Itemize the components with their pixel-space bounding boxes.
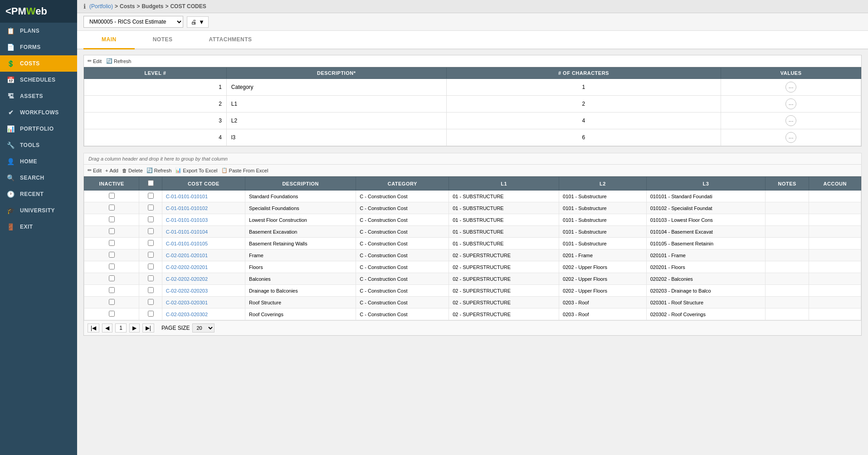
cost-code-cell[interactable]: C-02-0201-020101 (162, 250, 245, 261)
cost-code-link[interactable]: C-01-0101-010101 (166, 194, 208, 199)
inactive-checkbox[interactable] (109, 216, 115, 222)
cost-code-cell[interactable]: C-01-0101-010102 (162, 202, 245, 214)
tab-attachments[interactable]: ATTACHMENTS (191, 31, 270, 49)
inactive-cell[interactable] (84, 238, 139, 250)
cost-code-cell[interactable]: C-01-0101-010101 (162, 191, 245, 202)
tab-main[interactable]: MAIN (83, 31, 135, 49)
sidebar-item-recent[interactable]: 🕐 RECENT (0, 186, 77, 202)
cost-code-cell[interactable]: C-02-0203-020302 (162, 308, 245, 320)
inactive-cell[interactable] (84, 202, 139, 214)
sidebar-item-plans[interactable]: 📋 PLANS (0, 23, 77, 39)
sidebar-item-costs[interactable]: 💲 COSTS (0, 55, 77, 72)
row-checkbox-cell[interactable] (139, 226, 162, 238)
row-checkbox[interactable] (148, 216, 154, 222)
inactive-checkbox[interactable] (109, 311, 115, 317)
cost-code-link[interactable]: C-01-0101-010102 (166, 205, 208, 211)
row-checkbox[interactable] (148, 205, 154, 210)
last-page-button[interactable]: ▶| (142, 323, 154, 333)
row-checkbox[interactable] (148, 275, 154, 281)
inactive-cell[interactable] (84, 285, 139, 297)
row-checkbox-cell[interactable] (139, 214, 162, 226)
cost-code-link[interactable]: C-01-0101-010103 (166, 217, 208, 223)
sidebar-item-assets[interactable]: 🏗 ASSETS (0, 88, 77, 104)
first-page-button[interactable]: |◀ (88, 323, 99, 333)
inactive-checkbox[interactable] (109, 299, 115, 305)
row-checkbox-cell[interactable] (139, 191, 162, 202)
inactive-cell[interactable] (84, 191, 139, 202)
cost-code-cell[interactable]: C-02-0203-020301 (162, 297, 245, 308)
level-values-cell[interactable]: ··· (721, 79, 861, 96)
level-values-cell[interactable]: ··· (721, 113, 861, 129)
budget-dropdown[interactable]: NM00005 - RICS Cost Estimate (83, 16, 183, 28)
cost-code-cell[interactable]: C-02-0202-020203 (162, 285, 245, 297)
row-checkbox[interactable] (148, 264, 154, 269)
sidebar-item-search[interactable]: 🔍 SEARCH (0, 170, 77, 186)
inactive-cell[interactable] (84, 226, 139, 238)
row-checkbox-cell[interactable] (139, 285, 162, 297)
inactive-checkbox[interactable] (109, 228, 115, 234)
cost-code-link[interactable]: C-02-0203-020302 (166, 312, 208, 317)
cost-code-link[interactable]: C-02-0203-020301 (166, 300, 208, 305)
row-checkbox-cell[interactable] (139, 202, 162, 214)
paste-button[interactable]: 📋 Paste From Excel (221, 167, 268, 173)
row-checkbox-cell[interactable] (139, 238, 162, 250)
edit-levels-button[interactable]: ✏ Edit (88, 58, 102, 64)
inactive-cell[interactable] (84, 214, 139, 226)
cost-code-link[interactable]: C-01-0101-010105 (166, 241, 208, 246)
inactive-cell[interactable] (84, 261, 139, 273)
sidebar-item-tools[interactable]: 🔧 TOOLS (0, 137, 77, 153)
row-checkbox-cell[interactable] (139, 273, 162, 285)
select-all-checkbox[interactable] (148, 180, 154, 186)
level-values-cell[interactable]: ··· (721, 96, 861, 113)
sidebar-item-university[interactable]: 🎓 UNIVERSITY (0, 202, 77, 219)
inactive-cell[interactable] (84, 297, 139, 308)
inactive-checkbox[interactable] (109, 205, 115, 210)
sidebar-item-forms[interactable]: 📄 FORMS (0, 39, 77, 55)
row-checkbox-cell[interactable] (139, 308, 162, 320)
values-more-button[interactable]: ··· (785, 98, 796, 109)
row-checkbox[interactable] (148, 240, 154, 246)
inactive-checkbox[interactable] (109, 287, 115, 293)
inactive-cell[interactable] (84, 273, 139, 285)
values-more-button[interactable]: ··· (785, 132, 796, 143)
cost-code-link[interactable]: C-02-0201-020101 (166, 253, 208, 258)
sidebar-item-exit[interactable]: 🚪 EXIT (0, 219, 77, 235)
row-checkbox[interactable] (148, 287, 154, 293)
row-checkbox[interactable] (148, 228, 154, 234)
row-checkbox[interactable] (148, 193, 154, 199)
tab-notes[interactable]: NOTES (135, 31, 191, 49)
inactive-cell[interactable] (84, 308, 139, 320)
refresh-levels-button[interactable]: 🔄 Refresh (106, 58, 132, 64)
add-codes-button[interactable]: + Add (105, 168, 118, 173)
delete-codes-button[interactable]: 🗑 Delete (122, 168, 143, 173)
cost-code-cell[interactable]: C-02-0202-020202 (162, 273, 245, 285)
values-more-button[interactable]: ··· (785, 115, 796, 126)
sidebar-item-schedules[interactable]: 📅 SCHEDULES (0, 72, 77, 88)
sidebar-item-workflows[interactable]: ✔ WORKFLOWS (0, 104, 77, 121)
inactive-checkbox[interactable] (109, 252, 115, 258)
cost-code-cell[interactable]: C-01-0101-010105 (162, 238, 245, 250)
next-page-button[interactable]: ▶ (129, 323, 140, 333)
cost-code-cell[interactable]: C-02-0202-020201 (162, 261, 245, 273)
cost-code-cell[interactable]: C-01-0101-010103 (162, 214, 245, 226)
level-values-cell[interactable]: ··· (721, 129, 861, 146)
row-checkbox[interactable] (148, 252, 154, 258)
breadcrumb-portfolio[interactable]: (Portfolio) (89, 3, 113, 10)
cost-code-link[interactable]: C-02-0202-020202 (166, 276, 208, 282)
row-checkbox-cell[interactable] (139, 297, 162, 308)
inactive-checkbox[interactable] (109, 193, 115, 199)
print-button[interactable]: 🖨 ▼ (187, 16, 209, 28)
export-button[interactable]: 📊 Export To Excel (175, 167, 217, 173)
row-checkbox[interactable] (148, 311, 154, 317)
cost-code-link[interactable]: C-01-0101-010104 (166, 229, 208, 235)
sidebar-item-home[interactable]: 👤 HOME (0, 153, 77, 170)
inactive-checkbox[interactable] (109, 275, 115, 281)
edit-codes-button[interactable]: ✏ Edit (88, 167, 102, 173)
cost-code-cell[interactable]: C-01-0101-010104 (162, 226, 245, 238)
refresh-codes-button[interactable]: 🔄 Refresh (146, 167, 172, 173)
inactive-checkbox[interactable] (109, 240, 115, 246)
sidebar-item-portfolio[interactable]: 📊 PORTFOLIO (0, 121, 77, 137)
cost-code-link[interactable]: C-02-0202-020201 (166, 264, 208, 270)
page-size-select[interactable]: 20 50 100 (192, 323, 215, 333)
row-checkbox-cell[interactable] (139, 250, 162, 261)
